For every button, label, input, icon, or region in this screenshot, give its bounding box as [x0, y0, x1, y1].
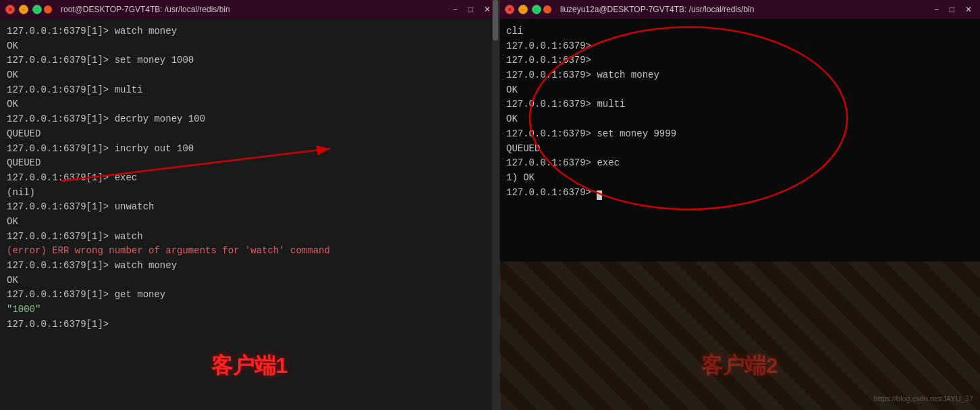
cursor	[597, 190, 602, 200]
terminal-line: 127.0.0.1:6379> multi	[506, 97, 973, 112]
right-title-controls: − □ ✕	[931, 5, 975, 14]
terminal-line: 127.0.0.1:6379>	[506, 53, 973, 68]
right-close-button[interactable]: ✕	[505, 5, 514, 14]
left-maximize-button[interactable]: □	[32, 5, 42, 14]
right-client-label-container: 客户端2	[499, 349, 980, 383]
terminal-line: 127.0.0.1:6379[1]> multi	[7, 83, 492, 98]
terminal-line: 127.0.0.1:6379[1]> watch	[7, 230, 492, 245]
right-maximize-button[interactable]: □	[532, 5, 541, 14]
terminal-line: 127.0.0.1:6379[1]> watch money	[7, 259, 492, 274]
left-close-button[interactable]: ✕	[5, 5, 15, 14]
terminal-line: 127.0.0.1:6379> set money 9999	[506, 127, 973, 142]
left-terminal: ✕ − □ root@DESKTOP-7GVT4TB: /usr/local/r…	[0, 0, 499, 410]
left-minimize-button[interactable]: −	[19, 5, 28, 14]
terminal-line: 127.0.0.1:6379[1]> unwatch	[7, 200, 492, 215]
right-title-text: liuzeyu12a@DESKTOP-7GVT4TB: /usr/local/r…	[560, 5, 754, 14]
left-min-ctrl[interactable]: −	[450, 5, 460, 14]
left-max-ctrl[interactable]: □	[466, 5, 476, 14]
right-client-label: 客户端2	[701, 349, 778, 383]
url-text: https://blog.csdn.net/JAYU_37	[874, 393, 973, 405]
right-title-bar: ✕ − □ liuzeyu12a@DESKTOP-7GVT4TB: /usr/l…	[499, 0, 980, 19]
left-terminal-content: 127.0.0.1:6379[1]> watch moneyOK127.0.0.…	[0, 19, 499, 410]
terminal-line: 127.0.0.1:6379[1]> set money 1000	[7, 53, 492, 68]
terminal-line: OK	[7, 39, 492, 54]
terminal-line: 127.0.0.1:6379[1]> get money	[7, 288, 492, 303]
left-title-controls: − □ ✕	[450, 5, 493, 14]
terminal-line: 127.0.0.1:6379[1]> decrby money 100	[7, 112, 492, 127]
terminal-line: 127.0.0.1:6379>	[506, 39, 973, 54]
terminal-line: 127.0.0.1:6379[1]> watch money	[7, 24, 492, 39]
right-max-ctrl[interactable]: □	[947, 5, 957, 14]
terminal-line: (nil)	[7, 186, 492, 201]
terminal-line: "1000"	[7, 303, 492, 317]
main-container: ✕ − □ root@DESKTOP-7GVT4TB: /usr/local/r…	[0, 0, 980, 410]
terminal-line: 127.0.0.1:6379> watch money	[506, 68, 973, 83]
terminal-line: 127.0.0.1:6379> exec	[506, 156, 973, 171]
terminal-line: cli	[506, 24, 973, 39]
terminal-line: OK	[7, 274, 492, 288]
right-close-ctrl[interactable]: ✕	[962, 5, 975, 14]
terminal-line: QUEUED	[7, 127, 492, 142]
ubuntu-icon-left	[43, 5, 53, 14]
left-title-bar: ✕ − □ root@DESKTOP-7GVT4TB: /usr/local/r…	[0, 0, 499, 19]
left-window-buttons: ✕ − □	[5, 5, 43, 14]
terminal-line: QUEUED	[506, 142, 973, 157]
left-client-label-container: 客户端1	[0, 349, 499, 383]
right-minimize-button[interactable]: −	[518, 5, 528, 14]
left-title-text: root@DESKTOP-7GVT4TB: /usr/local/redis/b…	[61, 5, 230, 14]
terminal-line: OK	[7, 97, 492, 112]
right-min-ctrl[interactable]: −	[931, 5, 942, 14]
left-client-label: 客户端1	[211, 349, 288, 383]
terminal-line: 127.0.0.1:6379[1]> exec	[7, 171, 492, 186]
terminal-line: OK	[506, 112, 973, 127]
left-scrollbar-thumb[interactable]	[493, 0, 498, 41]
ubuntu-icon-right	[543, 5, 552, 14]
terminal-line: 127.0.0.1:6379[1]> incrby out 100	[7, 142, 492, 157]
right-terminal-content: cli127.0.0.1:6379>127.0.0.1:6379>127.0.0…	[499, 19, 980, 410]
terminal-line: OK	[7, 215, 492, 230]
left-terminal-lines: 127.0.0.1:6379[1]> watch moneyOK127.0.0.…	[7, 24, 492, 332]
terminal-line: QUEUED	[7, 156, 492, 171]
terminal-line: 1) OK	[506, 171, 973, 186]
right-terminal-lines: cli127.0.0.1:6379>127.0.0.1:6379>127.0.0…	[506, 24, 973, 200]
right-terminal: ✕ − □ liuzeyu12a@DESKTOP-7GVT4TB: /usr/l…	[499, 0, 980, 410]
terminal-line: (error) ERR wrong number of arguments fo…	[7, 244, 492, 259]
terminal-line: 127.0.0.1:6379>	[506, 186, 973, 201]
terminal-line: 127.0.0.1:6379[1]>	[7, 317, 492, 332]
right-window-buttons: ✕ − □	[505, 5, 543, 14]
terminal-line: OK	[7, 68, 492, 83]
left-scrollbar[interactable]	[492, 0, 499, 410]
terminal-line: OK	[506, 83, 973, 98]
